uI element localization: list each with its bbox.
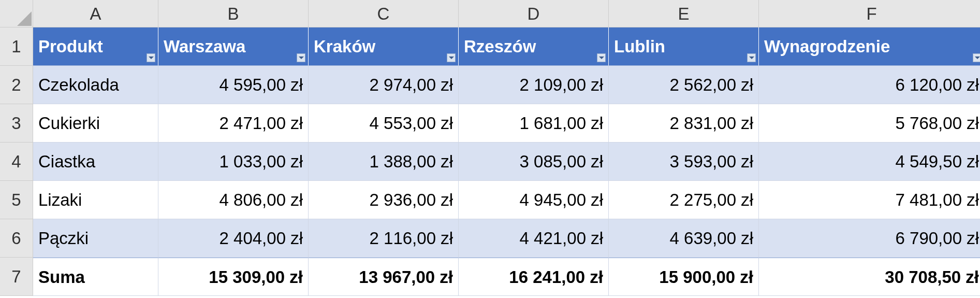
header-label: Produkt [38, 37, 103, 56]
cell-E2[interactable]: 2 562,00 zł [609, 66, 759, 104]
column-header-E[interactable]: E [609, 0, 759, 27]
row-header-2[interactable]: 2 [0, 66, 33, 104]
table-header-warszawa[interactable]: Warszawa [158, 27, 309, 66]
cell-E5[interactable]: 2 275,00 zł [609, 181, 759, 219]
cell-A4[interactable]: Ciastka [33, 143, 158, 181]
table-header-wynagrodzenie[interactable]: Wynagrodzenie [759, 27, 980, 66]
cell-A3[interactable]: Cukierki [33, 104, 158, 143]
header-label: Kraków [314, 37, 375, 56]
cell-F5[interactable]: 7 481,00 zł [759, 181, 980, 219]
cell-D6[interactable]: 4 421,00 zł [459, 219, 609, 258]
cell-A6[interactable]: Pączki [33, 219, 158, 258]
cell-D7-total[interactable]: 16 241,00 zł [459, 258, 609, 296]
row-header-7[interactable]: 7 [0, 258, 33, 296]
row-header-4[interactable]: 4 [0, 143, 33, 181]
cell-E7-total[interactable]: 15 900,00 zł [609, 258, 759, 296]
filter-dropdown-icon[interactable] [747, 53, 756, 62]
header-label: Rzeszów [464, 37, 536, 56]
table-header-produkt[interactable]: Produkt [33, 27, 158, 66]
cell-B6[interactable]: 2 404,00 zł [158, 219, 309, 258]
cell-C2[interactable]: 2 974,00 zł [309, 66, 459, 104]
filter-dropdown-icon[interactable] [447, 53, 456, 62]
filter-dropdown-icon[interactable] [297, 53, 305, 62]
column-header-C[interactable]: C [309, 0, 459, 27]
cell-B2[interactable]: 4 595,00 zł [158, 66, 309, 104]
header-label: Warszawa [164, 37, 245, 56]
column-header-B[interactable]: B [158, 0, 309, 27]
cell-D2[interactable]: 2 109,00 zł [459, 66, 609, 104]
cell-B3[interactable]: 2 471,00 zł [158, 104, 309, 143]
spreadsheet-grid: A B C D E F 1 Produkt Warszawa Kraków Rz… [0, 0, 980, 296]
select-all-corner[interactable] [0, 0, 33, 27]
filter-dropdown-icon[interactable] [597, 53, 606, 62]
cell-C7-total[interactable]: 13 967,00 zł [309, 258, 459, 296]
column-header-D[interactable]: D [459, 0, 609, 27]
cell-F6[interactable]: 6 790,00 zł [759, 219, 980, 258]
cell-B7-total[interactable]: 15 309,00 zł [158, 258, 309, 296]
table-header-rzeszow[interactable]: Rzeszów [459, 27, 609, 66]
row-header-6[interactable]: 6 [0, 219, 33, 258]
cell-C3[interactable]: 4 553,00 zł [309, 104, 459, 143]
cell-C5[interactable]: 2 936,00 zł [309, 181, 459, 219]
cell-E6[interactable]: 4 639,00 zł [609, 219, 759, 258]
cell-F7-total[interactable]: 30 708,50 zł [759, 258, 980, 296]
column-header-F[interactable]: F [759, 0, 980, 27]
table-header-lublin[interactable]: Lublin [609, 27, 759, 66]
cell-B4[interactable]: 1 033,00 zł [158, 143, 309, 181]
cell-E3[interactable]: 2 831,00 zł [609, 104, 759, 143]
cell-B5[interactable]: 4 806,00 zł [158, 181, 309, 219]
cell-C6[interactable]: 2 116,00 zł [309, 219, 459, 258]
filter-dropdown-icon[interactable] [973, 53, 980, 62]
cell-F2[interactable]: 6 120,00 zł [759, 66, 980, 104]
header-label: Lublin [614, 37, 665, 56]
cell-D4[interactable]: 3 085,00 zł [459, 143, 609, 181]
cell-A7-total[interactable]: Suma [33, 258, 158, 296]
cell-A2[interactable]: Czekolada [33, 66, 158, 104]
header-label: Wynagrodzenie [764, 37, 890, 56]
cell-A5[interactable]: Lizaki [33, 181, 158, 219]
row-header-5[interactable]: 5 [0, 181, 33, 219]
cell-C4[interactable]: 1 388,00 zł [309, 143, 459, 181]
table-header-krakow[interactable]: Kraków [309, 27, 459, 66]
cell-F3[interactable]: 5 768,00 zł [759, 104, 980, 143]
column-header-A[interactable]: A [33, 0, 158, 27]
filter-dropdown-icon[interactable] [147, 53, 155, 62]
cell-D3[interactable]: 1 681,00 zł [459, 104, 609, 143]
cell-E4[interactable]: 3 593,00 zł [609, 143, 759, 181]
row-header-1[interactable]: 1 [0, 27, 33, 66]
cell-F4[interactable]: 4 549,50 zł [759, 143, 980, 181]
cell-D5[interactable]: 4 945,00 zł [459, 181, 609, 219]
row-header-3[interactable]: 3 [0, 104, 33, 143]
